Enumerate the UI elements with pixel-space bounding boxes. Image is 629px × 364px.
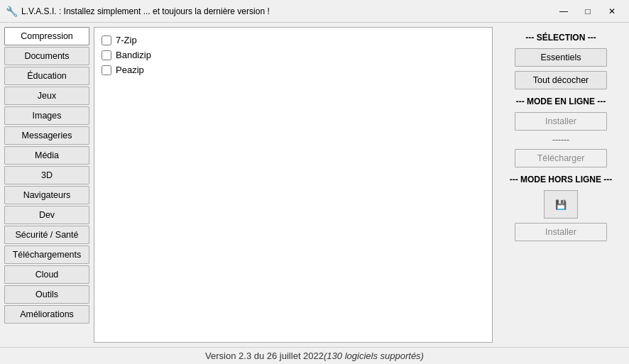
sidebar-btn-compression[interactable]: Compression xyxy=(4,27,89,45)
content-area: CompressionDocumentsÉducationJeuxImagesM… xyxy=(0,23,629,347)
sidebar: CompressionDocumentsÉducationJeuxImagesM… xyxy=(4,27,89,343)
main-container: CompressionDocumentsÉducationJeuxImagesM… xyxy=(0,23,629,364)
sidebar-btn-3d[interactable]: 3D xyxy=(4,166,89,184)
mode-en-ligne-header: --- MODE EN LIGNE --- xyxy=(516,96,606,106)
sidebar-btn-cloud[interactable]: Cloud xyxy=(4,265,89,284)
title-bar: 🔧 L.V.A.S.I. : Installez simplement ... … xyxy=(0,0,629,23)
separator-dashes: ------ xyxy=(552,135,569,145)
sidebar-btn-telechargements[interactable]: Téléchargements xyxy=(4,246,89,264)
close-button[interactable]: ✕ xyxy=(601,3,623,20)
sidebar-btn-securite[interactable]: Sécurité / Santé xyxy=(4,226,89,244)
sidebar-btn-outils[interactable]: Outils xyxy=(4,285,89,304)
right-panel: --- SÉLECTION --- Essentiels Tout décoch… xyxy=(497,27,625,343)
sidebar-btn-messageries[interactable]: Messageries xyxy=(4,126,89,145)
main-panel: 7-ZipBandizipPeazip xyxy=(94,27,493,343)
floppy-icon: 💾 xyxy=(555,199,567,210)
checkbox-7-zip[interactable] xyxy=(102,35,111,45)
minimize-button[interactable]: — xyxy=(552,3,575,20)
status-text-normal: Version 2.3 du 26 juillet 2022 xyxy=(205,351,324,361)
title-bar-left: 🔧 L.V.A.S.I. : Installez simplement ... … xyxy=(6,6,270,17)
installer-online-button[interactable]: Installer xyxy=(515,112,607,131)
app-icon: 🔧 xyxy=(6,6,17,17)
checkbox-item-1: Bandizip xyxy=(102,50,485,60)
floppy-button[interactable]: 💾 xyxy=(544,190,578,219)
checkbox-label-0[interactable]: 7-Zip xyxy=(116,35,137,45)
sidebar-btn-dev[interactable]: Dev xyxy=(4,206,89,224)
checkbox-label-1[interactable]: Bandizip xyxy=(116,50,151,60)
status-text-italic: (130 logiciels supportés) xyxy=(324,351,424,361)
essentiels-button[interactable]: Essentiels xyxy=(515,48,607,67)
maximize-button[interactable]: □ xyxy=(576,3,599,20)
checkbox-peazip[interactable] xyxy=(102,65,111,75)
sidebar-btn-documents[interactable]: Documents xyxy=(4,47,89,65)
checkbox-label-2[interactable]: Peazip xyxy=(116,65,144,75)
sidebar-btn-ameliorations[interactable]: Améliorations xyxy=(4,305,89,324)
selection-header: --- SÉLECTION --- xyxy=(525,33,596,43)
status-bar: Version 2.3 du 26 juillet 2022 (130 logi… xyxy=(0,347,629,364)
checkbox-item-0: 7-Zip xyxy=(102,35,485,45)
mode-hors-ligne-header: --- MODE HORS LIGNE --- xyxy=(510,175,613,184)
sidebar-btn-navigateurs[interactable]: Navigateurs xyxy=(4,186,89,204)
title-bar-title: L.V.A.S.I. : Installez simplement ... et… xyxy=(21,6,270,16)
installer-offline-button[interactable]: Installer xyxy=(515,223,607,241)
sidebar-btn-images[interactable]: Images xyxy=(4,106,89,125)
checkbox-item-2: Peazip xyxy=(102,65,485,75)
sidebar-btn-jeux[interactable]: Jeux xyxy=(4,87,89,105)
tout-decocher-button[interactable]: Tout décocher xyxy=(515,71,607,89)
telecharger-button[interactable]: Télécharger xyxy=(515,149,607,167)
sidebar-btn-media[interactable]: Média xyxy=(4,146,89,165)
title-bar-controls: — □ ✕ xyxy=(552,3,623,20)
checkbox-bandizip[interactable] xyxy=(102,50,111,60)
sidebar-btn-education[interactable]: Éducation xyxy=(4,67,89,85)
